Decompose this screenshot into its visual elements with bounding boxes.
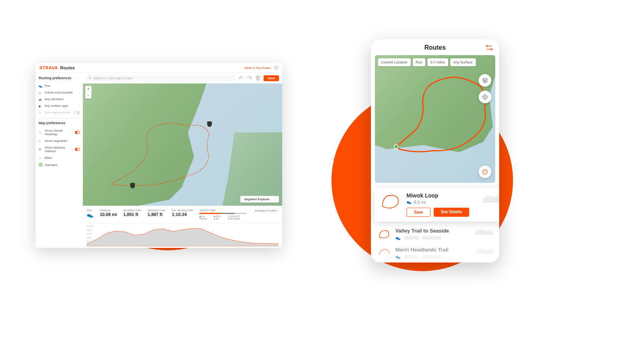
- svg-point-13: [483, 169, 487, 174]
- stat-elev-gain: Elevation Gain 1,891 ft: [123, 209, 141, 217]
- units-icon: ↔: [39, 156, 43, 160]
- compass-button[interactable]: [479, 166, 491, 178]
- sidebar-item-manual[interactable]: ✎Use manual mode: [39, 109, 80, 116]
- zoom-in-button[interactable]: +: [85, 86, 92, 92]
- route-start-marker: [207, 121, 212, 127]
- route-distance: 👟 8.5 mi: [406, 199, 478, 205]
- sidebar: Routing preferences ← 👟Run› △Follow most…: [36, 73, 83, 248]
- redo-icon[interactable]: ↷: [246, 75, 253, 81]
- stat-elev-loss: Elevation Loss 1,887 ft: [148, 209, 166, 217]
- surface-bar: [199, 213, 247, 214]
- trash-icon[interactable]: 🗑: [255, 75, 261, 81]
- elevation-icon: ⛰: [39, 98, 43, 101]
- sidebar-item-heatmap[interactable]: ♨Show Global Heatmap: [39, 127, 80, 138]
- svg-point-6: [394, 145, 398, 149]
- route-thumb: [377, 247, 391, 259]
- elevation-preview: [483, 192, 499, 203]
- distance-markers-icon: ⊡: [39, 148, 43, 151]
- map-toolbar: Search or click map to start ↶ ↷ 🗑 Save: [83, 73, 282, 84]
- undo-icon[interactable]: ↶: [238, 75, 244, 81]
- manual-mode-toggle[interactable]: [74, 111, 80, 114]
- popularity-icon: △: [39, 91, 43, 94]
- stat-time: Est. Moving Time 1:10:24: [172, 209, 193, 217]
- stat-distance: Distance 10.08 mi: [100, 209, 117, 217]
- sidebar-map-title: Map preferences: [39, 121, 80, 125]
- mapstyle-icon: [39, 163, 43, 167]
- save-route-button[interactable]: Save: [406, 208, 431, 217]
- zoom-out-button[interactable]: −: [85, 92, 92, 99]
- route-list-item[interactable]: Valley Trail to Seaside 👟: [371, 225, 499, 244]
- sidebar-item-mapstyle[interactable]: Standard›: [39, 161, 80, 168]
- elevation-preview: [476, 228, 493, 235]
- route-settings-icon[interactable]: [486, 45, 493, 50]
- layers-icon: [482, 77, 488, 84]
- svg-line-1: [90, 78, 91, 79]
- mobile-routes-window: Routes Current Location Run 5-7 miles An…: [371, 39, 499, 262]
- sidebar-item-units[interactable]: ↔Miles›: [39, 154, 80, 161]
- search-input[interactable]: Search or click map to start: [86, 75, 235, 81]
- distance-markers-toggle[interactable]: [75, 148, 80, 151]
- svg-point-0: [89, 77, 90, 78]
- zoom-control: + −: [85, 86, 92, 99]
- layers-button[interactable]: [479, 74, 491, 87]
- svg-point-8: [485, 97, 486, 98]
- run-icon: 👟: [87, 212, 94, 218]
- desktop-header: STRAVA Routes Back to My Routes ?: [36, 63, 282, 73]
- sidebar-item-surface[interactable]: ◐Any surface type›: [39, 102, 80, 109]
- elevation-profile-toggle[interactable]: Elevation Profile ›: [255, 209, 278, 212]
- elevation-preview: [476, 247, 493, 254]
- sidebar-routing-title: Routing preferences ←: [39, 76, 80, 80]
- route-name: Miwok Loop: [406, 192, 478, 199]
- run-icon: 👟: [406, 199, 412, 205]
- sidebar-item-elevation[interactable]: ⛰Any elevation›: [39, 96, 80, 102]
- search-placeholder: Search or click map to start: [94, 76, 132, 80]
- help-icon[interactable]: ?: [274, 66, 278, 70]
- sidebar-item-sport[interactable]: 👟Run›: [39, 82, 80, 89]
- route-name: Valley Trail to Seaside: [395, 228, 472, 234]
- brand-logo: STRAVA: [39, 65, 58, 70]
- segment-explorer-button[interactable]: Segment Explorer ⋮: [240, 196, 279, 203]
- heatmap-toggle[interactable]: [75, 131, 80, 134]
- mobile-title: Routes: [377, 44, 486, 51]
- back-link[interactable]: Back to My Routes: [245, 66, 271, 70]
- search-icon: [88, 76, 92, 80]
- mobile-header: Routes: [371, 44, 499, 55]
- run-icon: 👟: [395, 254, 401, 259]
- mobile-map-canvas[interactable]: Current Location Run 5-7 miles Any Surfa…: [375, 55, 495, 183]
- page-title: Routes: [60, 65, 75, 70]
- locate-icon: [482, 94, 488, 100]
- sidebar-item-popularity[interactable]: △Follow most popular›: [39, 89, 80, 96]
- run-icon: 👟: [395, 235, 401, 240]
- surface-icon: ◐: [39, 104, 43, 108]
- segments-icon: ○: [39, 140, 43, 143]
- collapse-sidebar-icon[interactable]: ←: [77, 76, 80, 80]
- stat-sport: Run 👟: [87, 209, 94, 218]
- route-thumb: [380, 192, 402, 210]
- sidebar-item-distance-markers[interactable]: ⊡Show distance markers: [39, 144, 80, 154]
- locate-button[interactable]: [479, 91, 491, 103]
- surface-legend: 2% PAVED 82% DIRT 16% NOT SPECIFIED: [199, 215, 249, 220]
- elevation-chart: 1,000 ft 800 ft 600 ft 400 ft 0 ft 0.0 m…: [83, 223, 282, 248]
- compass-icon: [482, 169, 488, 175]
- svg-point-2: [486, 45, 488, 47]
- kebab-icon[interactable]: ⋮: [273, 197, 277, 201]
- save-button[interactable]: Save: [264, 75, 279, 81]
- stats-bar: Run 👟 Distance 10.08 mi Elevation Gain 1…: [83, 206, 282, 223]
- featured-route-card[interactable]: Miwok Loop 👟 8.5 mi Save See Details: [374, 188, 499, 221]
- map-canvas[interactable]: + − Segment Explorer ⋮: [83, 84, 282, 206]
- route-end-marker: [130, 183, 135, 188]
- run-icon: 👟: [39, 84, 43, 87]
- stat-surface: Surface Type 2% PAVED 82% DIRT 16% NOT S…: [199, 209, 249, 220]
- heatmap-icon: ♨: [39, 131, 43, 134]
- svg-point-4: [491, 48, 492, 50]
- see-details-button[interactable]: See Details: [434, 208, 469, 217]
- pen-icon: ✎: [39, 111, 43, 114]
- route-list-item[interactable]: Marin Headlands Trail 👟: [371, 244, 499, 262]
- route-thumb: [377, 228, 391, 240]
- desktop-routes-window: STRAVA Routes Back to My Routes ? Routin…: [36, 63, 282, 248]
- route-name: Marin Headlands Trail: [395, 247, 472, 253]
- sidebar-item-segments[interactable]: ○Show segments›: [39, 138, 80, 144]
